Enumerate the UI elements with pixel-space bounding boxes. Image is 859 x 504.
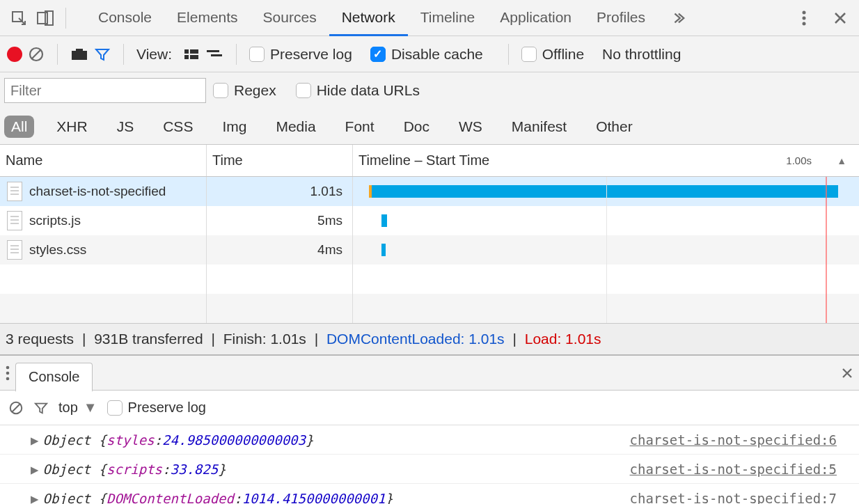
- log-source-link[interactable]: charset-is-not-specified:6: [630, 432, 837, 448]
- type-filter-other[interactable]: Other: [589, 116, 640, 138]
- type-filter-xhr[interactable]: XHR: [49, 116, 94, 138]
- close-devtools-icon[interactable]: [827, 5, 853, 31]
- column-name[interactable]: Name: [0, 145, 207, 176]
- preserve-log-checkbox[interactable]: Preserve log: [249, 46, 352, 63]
- separator: [236, 44, 237, 65]
- request-name: styles.css: [29, 242, 86, 258]
- svg-rect-14: [211, 54, 222, 56]
- tab-sources[interactable]: Sources: [251, 0, 329, 36]
- type-filter-ws[interactable]: WS: [452, 116, 489, 138]
- request-time: 1.01s: [310, 184, 342, 199]
- type-filter-js[interactable]: JS: [110, 116, 141, 138]
- separator: [65, 8, 66, 29]
- device-toggle-icon[interactable]: [32, 5, 58, 31]
- panel-tabs: ConsoleElementsSourcesNetworkTimelineApp…: [86, 0, 658, 36]
- svg-rect-12: [190, 55, 198, 59]
- request-time: 5ms: [317, 213, 342, 228]
- console-clear-icon[interactable]: [8, 400, 24, 416]
- record-button[interactable]: [7, 47, 22, 62]
- large-rows-icon[interactable]: [183, 48, 200, 61]
- drawer-tab-console[interactable]: Console: [15, 363, 93, 392]
- type-filter-css[interactable]: CSS: [156, 116, 200, 138]
- svg-point-3: [803, 10, 806, 14]
- network-table: charset-is-not-specified1.01sscripts.js5…: [0, 177, 859, 324]
- kebab-menu-icon[interactable]: [791, 5, 817, 31]
- type-filter-all[interactable]: All: [4, 116, 34, 138]
- tab-console[interactable]: Console: [86, 0, 164, 36]
- log-source-link[interactable]: charset-is-not-specified:5: [630, 462, 837, 477]
- disclosure-triangle-icon[interactable]: ▶: [31, 491, 38, 505]
- svg-rect-11: [184, 55, 189, 59]
- svg-point-17: [6, 377, 10, 380]
- separator: [123, 44, 124, 65]
- column-timeline[interactable]: Timeline – Start Time 1.00s ▲: [353, 145, 859, 176]
- inspect-icon[interactable]: [6, 5, 32, 31]
- type-filter-media[interactable]: Media: [269, 116, 322, 138]
- disable-cache-checkbox[interactable]: Disable cache: [370, 46, 483, 63]
- resource-type-filter: AllXHRJSCSSImgMediaFontDocWSManifestOthe…: [0, 109, 859, 145]
- console-output: ▶Object {styles: 24.985000000000003}char…: [0, 425, 859, 504]
- disclosure-triangle-icon[interactable]: ▶: [31, 432, 38, 448]
- file-icon: [7, 240, 22, 260]
- console-log-line[interactable]: ▶Object {styles: 24.985000000000003}char…: [0, 425, 859, 455]
- disclosure-triangle-icon[interactable]: ▶: [31, 462, 38, 477]
- network-toolbar: View: Preserve log Disable cache Offline…: [0, 36, 859, 72]
- tab-network[interactable]: Network: [329, 0, 408, 36]
- console-log-line[interactable]: ▶Object {scripts: 33.825}charset-is-not-…: [0, 455, 859, 484]
- svg-rect-13: [207, 50, 219, 52]
- regex-checkbox[interactable]: Regex: [213, 82, 276, 99]
- summary-requests: 3 requests: [6, 331, 74, 347]
- console-preserve-log-checkbox[interactable]: Preserve log: [107, 400, 206, 416]
- hide-data-urls-checkbox[interactable]: Hide data URLs: [296, 82, 420, 99]
- offline-checkbox[interactable]: Offline: [521, 46, 584, 63]
- filter-bar: Regex Hide data URLs: [0, 72, 859, 109]
- type-filter-doc[interactable]: Doc: [397, 116, 436, 138]
- timing-bar: [381, 244, 386, 256]
- execution-context-select[interactable]: top ▼: [58, 400, 97, 416]
- overview-toggle-icon[interactable]: [205, 48, 223, 61]
- table-row[interactable]: charset-is-not-specified1.01s: [0, 177, 859, 206]
- filter-toggle-icon[interactable]: [94, 47, 111, 62]
- console-filter-icon[interactable]: [33, 401, 49, 415]
- tab-elements[interactable]: Elements: [164, 0, 251, 36]
- separator: [508, 44, 509, 65]
- tab-timeline[interactable]: Timeline: [408, 0, 488, 36]
- tab-profiles[interactable]: Profiles: [584, 0, 658, 36]
- tab-application[interactable]: Application: [487, 0, 584, 36]
- summary-transferred: 931B transferred: [94, 331, 203, 347]
- svg-rect-10: [190, 49, 198, 54]
- throttling-select[interactable]: No throttling: [602, 46, 681, 63]
- table-row[interactable]: styles.css4ms: [0, 235, 859, 265]
- filter-input[interactable]: [4, 78, 206, 103]
- svg-point-15: [6, 365, 10, 369]
- svg-rect-8: [76, 49, 83, 52]
- svg-rect-7: [72, 51, 87, 60]
- log-source-link[interactable]: charset-is-not-specified:7: [630, 491, 837, 505]
- clear-icon[interactable]: [28, 46, 45, 63]
- summary-finish: Finish: 1.01s: [223, 331, 306, 347]
- request-name: scripts.js: [29, 213, 81, 228]
- separator: [57, 44, 58, 65]
- column-time[interactable]: Time: [207, 145, 353, 176]
- type-filter-img[interactable]: Img: [215, 116, 253, 138]
- drawer-kebab-icon[interactable]: [6, 365, 10, 381]
- summary-load: Load: 1.01s: [525, 331, 601, 347]
- file-icon: [7, 211, 22, 230]
- timeline-tick: 1.00s: [786, 155, 812, 166]
- table-row[interactable]: scripts.js5ms: [0, 206, 859, 235]
- svg-rect-9: [184, 49, 189, 54]
- type-filter-manifest[interactable]: Manifest: [505, 116, 574, 138]
- svg-point-16: [6, 371, 10, 375]
- svg-point-5: [803, 22, 806, 25]
- type-filter-font[interactable]: Font: [338, 116, 381, 138]
- sort-arrow-icon: ▲: [837, 155, 846, 166]
- chevron-down-icon: ▼: [84, 400, 97, 416]
- request-time: 4ms: [317, 242, 342, 258]
- network-summary: 3 requests | 931B transferred | Finish: …: [0, 324, 859, 356]
- devtools-tabbar: ConsoleElementsSourcesNetworkTimelineApp…: [0, 0, 859, 36]
- timing-bar: [381, 214, 387, 227]
- drawer-close-icon[interactable]: [841, 367, 853, 379]
- capture-screenshot-icon[interactable]: [70, 47, 88, 61]
- console-log-line[interactable]: ▶Object {DOMContentLoaded: 1014.41500000…: [0, 484, 859, 504]
- more-tabs-icon[interactable]: [665, 5, 691, 31]
